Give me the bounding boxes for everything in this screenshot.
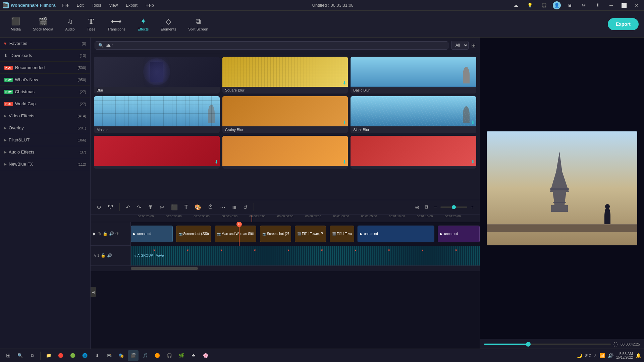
bracket-left-icon[interactable]: { <box>613 342 615 347</box>
clip-eiffel-p[interactable]: 🎬 Eiffel Tower, P... <box>295 226 326 242</box>
effect-mosaic[interactable]: Mosaic <box>94 96 220 133</box>
toolbar-effects[interactable]: ✦ Effects <box>132 14 154 34</box>
effect-basic-blur[interactable]: Basic Blur <box>351 57 476 94</box>
account-icon[interactable]: 👤 <box>553 1 561 9</box>
sidebar-item-worldcup[interactable]: HOT World Cup (27) <box>0 98 90 110</box>
speed-btn[interactable]: ⏱ <box>206 203 215 212</box>
pin4-btn[interactable]: 🎮 <box>104 350 114 361</box>
menu-tools[interactable]: Tools <box>90 2 102 8</box>
timeline-extra-btn[interactable]: ⋯ <box>218 203 227 212</box>
effect-grainy-blur[interactable]: ⬇ Grainy Blur <box>222 96 348 133</box>
filter-select[interactable]: All <box>451 41 469 50</box>
filmora-taskbar-btn[interactable]: 🎬 <box>128 350 139 361</box>
clip-unnamed2[interactable]: ▶ unnamed <box>358 226 434 242</box>
sidebar-item-videoeffects[interactable]: ▶ Video Effects (414) <box>0 110 90 122</box>
sidebar-item-christmas[interactable]: New Christmas (27) <box>0 86 90 98</box>
mail-icon[interactable]: ✉ <box>578 0 589 11</box>
toolbar-audio[interactable]: ♫ Audio <box>60 14 80 34</box>
menu-edit[interactable]: Edit <box>75 2 85 8</box>
track-audio-volume[interactable]: 🔊 <box>107 253 112 258</box>
shield-btn[interactable]: 🛡 <box>106 203 115 212</box>
pin11-btn[interactable]: 🌸 <box>200 350 211 361</box>
search-input[interactable] <box>106 43 445 48</box>
toolbar-titles[interactable]: T Titles <box>82 14 101 34</box>
grid-view-icon[interactable]: ⊞ <box>471 42 476 49</box>
volume-icon[interactable]: 🔊 <box>608 353 613 358</box>
menu-export[interactable]: Export <box>124 2 139 8</box>
effect-p3[interactable]: ⬇ <box>351 136 476 169</box>
clip-man-woman[interactable]: 📷 Man and Woman Sitting... <box>215 226 257 242</box>
close-button[interactable]: ✕ <box>632 2 641 9</box>
clip-unnamed1[interactable]: ▶ unnamed <box>131 226 173 242</box>
menu-help[interactable]: Help <box>144 2 155 8</box>
sidebar-item-recommended[interactable]: HOT Recommended (500) <box>0 62 90 74</box>
effect-slant-blur[interactable]: ⬇ Slant Blur <box>351 96 476 133</box>
effect-p2[interactable]: ⬇ <box>222 136 348 169</box>
sidebar-item-whatsnew[interactable]: New What's New (950) <box>0 74 90 86</box>
toolbar-stock[interactable]: 🎬 Stock Media <box>28 14 59 34</box>
preview-progress-bar[interactable] <box>484 344 611 345</box>
pin10-btn[interactable]: ☘ <box>188 350 199 361</box>
sidebar-item-filterlut[interactable]: ▶ Filter&LUT (366) <box>0 134 90 146</box>
crop-btn[interactable]: ⬛ <box>169 203 180 212</box>
clip-eiffel-b[interactable]: 🎬 Eiffel Tower Ba... <box>330 226 354 242</box>
monitor-icon[interactable]: 🖥 <box>564 0 575 11</box>
sidebar-item-downloads[interactable]: ⬇ Downloads (13) <box>0 50 90 62</box>
bracket-right-icon[interactable]: } <box>616 342 618 347</box>
pin7-btn[interactable]: 🟠 <box>152 350 163 361</box>
effect-blur[interactable]: Blur <box>94 57 220 94</box>
settings-icon[interactable]: 💡 <box>525 0 535 11</box>
timeline-scroll-thumb[interactable] <box>131 267 198 270</box>
track-v2-volume[interactable]: 🔊 <box>109 231 114 236</box>
playhead[interactable]: ✂ <box>239 222 239 246</box>
pin6-btn[interactable]: 🎵 <box>140 350 151 361</box>
effect-p1[interactable]: ⬇ <box>94 136 220 169</box>
download-icon[interactable]: ⬇ <box>592 0 603 11</box>
cut-btn[interactable]: ✂ <box>158 203 166 212</box>
collapse-panel-btn[interactable]: ◀ <box>91 287 96 297</box>
sidebar-item-favorites[interactable]: ♥ Favorites (0) <box>0 38 90 50</box>
zoom-slider[interactable] <box>440 206 467 208</box>
add-track-btn[interactable]: ⊕ <box>413 203 421 212</box>
pin5-btn[interactable]: 🎭 <box>116 350 126 361</box>
sidebar-item-newbluefx[interactable]: ▶ NewBlue FX (112) <box>0 158 90 170</box>
undo-btn[interactable]: ↶ <box>124 203 132 212</box>
headphone-icon[interactable]: 🎧 <box>539 0 549 11</box>
toolbar-split[interactable]: ⧉ Split Screen <box>183 14 213 34</box>
pin1-btn[interactable]: 🔴 <box>55 350 66 361</box>
audio-wave-btn[interactable]: ≋ <box>230 203 238 212</box>
pin8-btn[interactable]: 🎧 <box>164 350 175 361</box>
toolbar-media[interactable]: ⬛ Media <box>5 14 26 34</box>
track-v2-add[interactable]: ⊕ <box>97 231 101 236</box>
notification-icon[interactable]: 🔔 <box>636 353 641 358</box>
export-button[interactable]: Export <box>608 18 639 30</box>
rotate-btn[interactable]: ↺ <box>241 203 250 212</box>
search-box[interactable]: 🔍 <box>95 41 448 50</box>
track-v2-lock[interactable]: 🔒 <box>103 231 108 236</box>
pin3-btn[interactable]: ⬇ <box>92 350 102 361</box>
maximize-button[interactable]: ⬜ <box>619 2 629 9</box>
clip-unnamed3[interactable]: ▶ unnamed <box>438 226 480 242</box>
network-icon[interactable]: 📶 <box>599 353 605 358</box>
toolbar-transitions[interactable]: ⟷ Transitions <box>102 14 131 34</box>
timeline-scrollbar[interactable] <box>91 266 480 271</box>
sidebar-item-audioeffects[interactable]: ▶ Audio Effects (37) <box>0 146 90 158</box>
track-v2-eye[interactable]: 👁 <box>115 231 119 236</box>
menu-view[interactable]: View <box>108 2 119 8</box>
menu-file[interactable]: File <box>61 2 70 8</box>
track-audio-lock[interactable]: 🔒 <box>101 253 106 258</box>
sidebar-item-overlay[interactable]: ▶ Overlay (201) <box>0 122 90 134</box>
search-taskbar-btn[interactable]: 🔍 <box>15 350 25 361</box>
clip-screenshot231[interactable]: 📷 Screenshot (231) <box>260 226 291 242</box>
pin2-btn[interactable]: 🟢 <box>67 350 78 361</box>
chrome-btn[interactable]: 🌐 <box>79 350 90 361</box>
redo-btn[interactable]: ↷ <box>135 203 143 212</box>
paint-btn[interactable]: 🎨 <box>193 203 203 212</box>
preview-progress-thumb[interactable] <box>526 342 531 347</box>
clip-screenshot230[interactable]: 📷 Screenshot (230) <box>176 226 211 242</box>
zoom-out-btn[interactable]: − <box>432 203 439 212</box>
settings-timeline-btn[interactable]: ⚙ <box>95 203 103 212</box>
minimize-button[interactable]: ─ <box>606 2 616 9</box>
split-track-btn[interactable]: ⧉ <box>423 203 430 212</box>
zoom-in-btn[interactable]: + <box>469 203 476 212</box>
